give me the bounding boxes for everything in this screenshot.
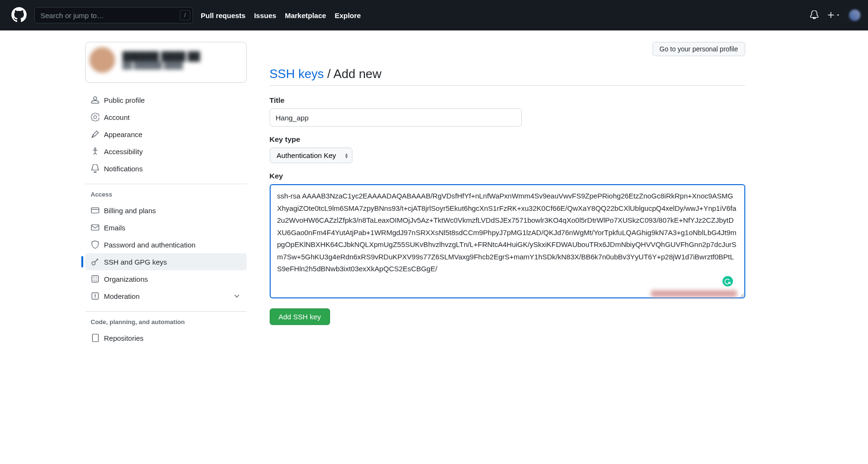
organization-icon: [91, 275, 99, 283]
sidebar-heading-access: Access: [85, 191, 247, 202]
sidebar-item-notifications[interactable]: Notifications: [85, 160, 247, 177]
divider: [85, 184, 247, 184]
sidebar-item-repositories[interactable]: Repositories: [85, 329, 247, 346]
key-label: Key: [270, 172, 745, 180]
sidebar-item-public-profile[interactable]: Public profile: [85, 91, 247, 109]
sidebar-item-label: SSH and GPG keys: [104, 258, 167, 266]
sidebar-item-label: Billing and plans: [104, 207, 156, 215]
settings-sidebar: ██████ ████ ██ ██ ██████ ████ Public pro…: [85, 42, 247, 346]
go-to-profile-button[interactable]: Go to your personal profile: [653, 42, 745, 56]
sidebar-item-label: Moderation: [104, 292, 140, 300]
title-label: Title: [270, 96, 745, 105]
title-input[interactable]: [270, 109, 522, 127]
person-icon: [91, 96, 99, 104]
profile-subtext: ██ ██████ ████: [123, 61, 200, 69]
chevron-down-icon: [233, 292, 241, 300]
sidebar-item-label: Emails: [104, 224, 126, 232]
svg-rect-2: [91, 225, 99, 230]
paintbrush-icon: [91, 130, 99, 138]
key-textarea[interactable]: [270, 184, 745, 298]
key-type-select[interactable]: Authentication Key: [270, 148, 352, 163]
svg-point-0: [94, 148, 96, 149]
divider: [85, 311, 247, 312]
sidebar-item-ssh-gpg-keys[interactable]: SSH and GPG keys: [85, 253, 247, 270]
header-nav: Pull requests Issues Marketplace Explore: [201, 11, 361, 20]
global-header: / Pull requests Issues Marketplace Explo…: [0, 0, 868, 30]
profile-name: ██████ ████ ██: [123, 51, 200, 61]
nav-issues[interactable]: Issues: [254, 11, 276, 20]
redacted-text: [651, 290, 737, 297]
profile-card: ██████ ████ ██ ██ ██████ ████: [85, 42, 247, 83]
sidebar-item-label: Accessibility: [104, 148, 143, 156]
accessibility-icon: [91, 147, 99, 156]
breadcrumb-current: Add new: [333, 67, 381, 81]
nav-pull-requests[interactable]: Pull requests: [201, 11, 245, 20]
user-avatar[interactable]: [849, 10, 860, 21]
svg-rect-4: [92, 276, 98, 282]
github-logo[interactable]: [11, 7, 27, 24]
sidebar-item-account[interactable]: Account: [85, 109, 247, 126]
search-input[interactable]: [34, 7, 193, 23]
key-type-label: Key type: [270, 135, 745, 144]
key-icon: [91, 257, 99, 266]
nav-explore[interactable]: Explore: [335, 11, 361, 20]
page-subhead: SSH keys / Add new: [270, 67, 745, 86]
mail-icon: [91, 223, 99, 232]
gear-icon: [91, 113, 99, 121]
notifications-icon[interactable]: [810, 10, 819, 20]
nav-marketplace[interactable]: Marketplace: [285, 11, 326, 20]
sidebar-item-label: Public profile: [104, 96, 145, 104]
create-new-dropdown[interactable]: [827, 11, 840, 19]
sidebar-item-billing[interactable]: Billing and plans: [85, 202, 247, 219]
sidebar-item-accessibility[interactable]: Accessibility: [85, 143, 247, 160]
bell-icon: [91, 164, 99, 173]
main-content: Go to your personal profile SSH keys / A…: [270, 42, 745, 346]
search-kbd-hint: /: [180, 10, 190, 20]
header-right: [810, 10, 860, 21]
sidebar-item-appearance[interactable]: Appearance: [85, 126, 247, 143]
sidebar-item-organizations[interactable]: Organizations: [85, 270, 247, 287]
sidebar-item-label: Notifications: [104, 165, 143, 173]
credit-card-icon: [91, 206, 99, 215]
page-title: SSH keys / Add new: [270, 67, 382, 81]
repo-icon: [91, 334, 99, 342]
sidebar-item-moderation[interactable]: Moderation: [85, 287, 247, 305]
sidebar-item-label: Organizations: [104, 275, 148, 283]
profile-avatar: [89, 47, 115, 73]
breadcrumb-separator: /: [324, 67, 333, 81]
shield-lock-icon: [91, 240, 99, 249]
breadcrumb-ssh-keys[interactable]: SSH keys: [270, 67, 324, 81]
sidebar-item-password[interactable]: Password and authentication: [85, 236, 247, 253]
sidebar-item-label: Appearance: [104, 130, 143, 138]
sidebar-item-emails[interactable]: Emails: [85, 219, 247, 236]
sidebar-item-label: Password and authentication: [104, 241, 196, 249]
grammarly-icon[interactable]: [722, 276, 733, 286]
svg-rect-1: [91, 207, 99, 213]
search-container: /: [34, 7, 193, 23]
sidebar-heading-code: Code, planning, and automation: [85, 318, 247, 329]
sidebar-item-label: Repositories: [104, 334, 144, 342]
add-ssh-key-button[interactable]: Add SSH key: [270, 308, 330, 325]
report-icon: [91, 292, 99, 300]
sidebar-item-label: Account: [104, 113, 130, 121]
